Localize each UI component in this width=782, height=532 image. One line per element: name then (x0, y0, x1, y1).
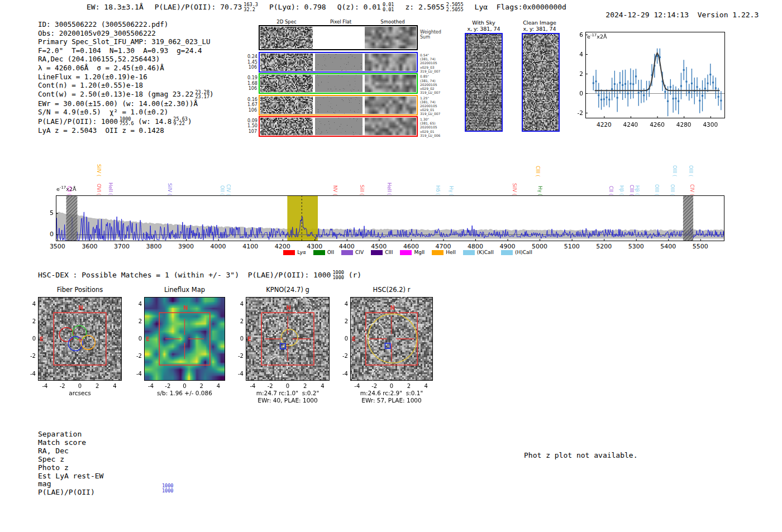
match-table-label: Photo z (38, 463, 69, 472)
panel-title: KPNO(24.7) g (235, 286, 341, 294)
legend-item: HeII (432, 250, 456, 255)
zoom-plot-ytick: 6 (572, 31, 583, 38)
cutout-2d-flat-canvas (315, 75, 363, 92)
panel-ytick: 4 (26, 301, 36, 307)
zoom-plot-ytick: 4 (572, 51, 583, 57)
emission-line-marker: SiIV ( (167, 183, 172, 195)
token-text: RA,Dec (204.106155,52.256443) (38, 55, 160, 64)
panel-xtick: 2 (195, 383, 208, 389)
compass-east: E (146, 336, 150, 342)
right-label-line: (381, 74) (420, 79, 444, 83)
text-token: Cont(n) = 1.20(±0.55)e-18 (38, 81, 143, 90)
panel-xtick: -2 (264, 383, 277, 389)
legend-label: CIV (355, 250, 364, 255)
left-label-line: 106 (247, 65, 257, 70)
token-text: S/N = 4.9(±0.5) χ² = 1.0(±0.2) (38, 108, 168, 117)
cutout-row-right-label: 1.30"(381, 65)20200105v029_01319_LU_006 (420, 117, 444, 137)
fiber-circle (73, 356, 86, 368)
text-token: (r) (344, 270, 361, 280)
panel-ytick: -4 (233, 371, 244, 377)
text-token: HSC-DEX : Possible Matches = 1 (within +… (38, 270, 344, 280)
with-sky-title: With Sky (459, 20, 509, 26)
emission-line-marker: CII ( (66, 186, 71, 195)
info-line: RA,Dec (204.106155,52.256443) (38, 55, 214, 64)
panel-ytick: 0 (233, 336, 244, 342)
legend-label: OII (327, 250, 334, 255)
text-token: Obs: 20200105v029_3005506222 (38, 29, 156, 38)
token-text: EWr = 30.00(±15.00) (w: 14.00(±2.30))Å (38, 99, 198, 108)
panel-xtick: 0 (73, 383, 87, 389)
emission-line-marker: Hγ ( (537, 186, 542, 195)
cutout-2d-spec-canvas (260, 27, 313, 49)
token-text: (r) (344, 271, 361, 279)
left-label-line: 0.19 (247, 75, 257, 81)
segmentation-circle (395, 297, 413, 315)
photz-note: Phot z plot not available. (524, 451, 638, 459)
catalog-object-box (385, 343, 390, 348)
cutout-row-right-label: 1.25"(381, 74)20200105v029_01319_LU_007 (420, 96, 444, 116)
text-token: P(LAE)/P(OII): 10001000755.6 (38, 117, 134, 126)
left-label-line: 106 (247, 108, 257, 113)
text-token: λ = 4260.06Å σ = 2.45(±0.46)Å (38, 64, 164, 73)
token-text: Cont(n) = 1.20(±0.55)e-18 (38, 81, 143, 90)
cutout-2d-row (259, 95, 418, 116)
match-table-label: Match score (38, 438, 86, 447)
fiber-circle (112, 356, 122, 368)
clean-image-title: Clean Image (514, 20, 565, 26)
legend-item: (H)CaII (501, 250, 532, 255)
panel-xtick: 4 (212, 383, 225, 389)
panel-ytick: -4 (132, 371, 142, 377)
spectrum-ytick: 5 (45, 209, 54, 217)
right-label-line: Weighted (420, 30, 444, 35)
emission-line-marker: OIII ( (670, 184, 675, 195)
token-text: LineFlux = 1.20(±0.19)e-16 (38, 73, 147, 82)
panel-caption: EWr: 57, PLAE: 1000 (336, 397, 447, 404)
emission-line-marker: CIII ( (535, 166, 540, 176)
emission-line-marker: SiIV ( (96, 164, 101, 176)
legend-item: OII (313, 250, 334, 255)
fraction-bottom: 1000 (332, 275, 344, 280)
compass-east: E (352, 336, 356, 342)
panel-ytick: -2 (233, 353, 244, 359)
fiber-circle (41, 344, 54, 357)
legend-item: (K)CaII (463, 250, 494, 255)
legend-label: HeII (446, 250, 456, 255)
token-text: ) (209, 90, 214, 99)
legend-item: CIII (371, 250, 393, 255)
match-table-label: Est LyA rest-EW (38, 472, 103, 480)
zoom-plot-xtick: 4280 (673, 121, 695, 128)
emission-line-marker: Hγ ( (449, 186, 454, 195)
text-token: F=2.0" T=0.104 N=1.30 A=0.93 g=24.4 (38, 46, 202, 55)
right-label-line: 20200105 (420, 83, 444, 87)
panel-title: Lineflux Map (133, 286, 236, 294)
fraction-bottom: 9.22 (173, 121, 188, 126)
panel-caption: EWr: 40, PLAE: 1000 (232, 397, 344, 404)
match-table-value: 10001000 (160, 483, 173, 493)
with-sky-canvas (466, 34, 502, 131)
panel-xtick: -2 (56, 383, 69, 389)
zoom-plot-units-annotation: e-17x2Å (587, 33, 607, 40)
info-line: F=2.0" T=0.104 N=1.30 A=0.93 g=24.4 (38, 46, 214, 55)
fiber-circle (87, 309, 99, 322)
stacked-fraction: 163.332.2 (244, 2, 258, 12)
panel-ytick: -2 (26, 353, 36, 359)
cutout-2d-row (259, 73, 418, 94)
compass-north: N (183, 305, 188, 311)
panel-xtick: 2 (90, 383, 104, 389)
legend-swatch (463, 250, 475, 255)
fiber-circle (73, 309, 86, 322)
emission-line-marker: Hβ ( (635, 185, 640, 195)
zoom-plot-xtick: 4240 (619, 121, 642, 128)
info-line: S/N = 4.9(±0.5) χ² = 1.0(±0.2) (38, 108, 214, 117)
token-text: Obs: 20200105v029_3005506222 (38, 29, 156, 38)
panel-title: Fiber Positions (27, 286, 133, 294)
token-text: λ = 4260.06Å σ = 2.45(±0.46)Å (38, 64, 164, 73)
info-line: P(LAE)/P(OII): 10001000755.6 (w: 14.825.… (38, 117, 214, 126)
line-fit-plot: 42204240426042804300-20246e-17x2Å (570, 25, 771, 134)
panel-title: HSC(26.2) r (339, 286, 444, 294)
text-token: EW: 18.3±3.1Å (87, 2, 144, 12)
cutout-2d-smooth-canvas (365, 75, 416, 92)
legend-swatch (400, 250, 412, 255)
panel-caption: s/b: 1.96 +/- 0.086 (130, 390, 239, 396)
match-table-label: P(LAE)/P(OII) (38, 488, 95, 496)
